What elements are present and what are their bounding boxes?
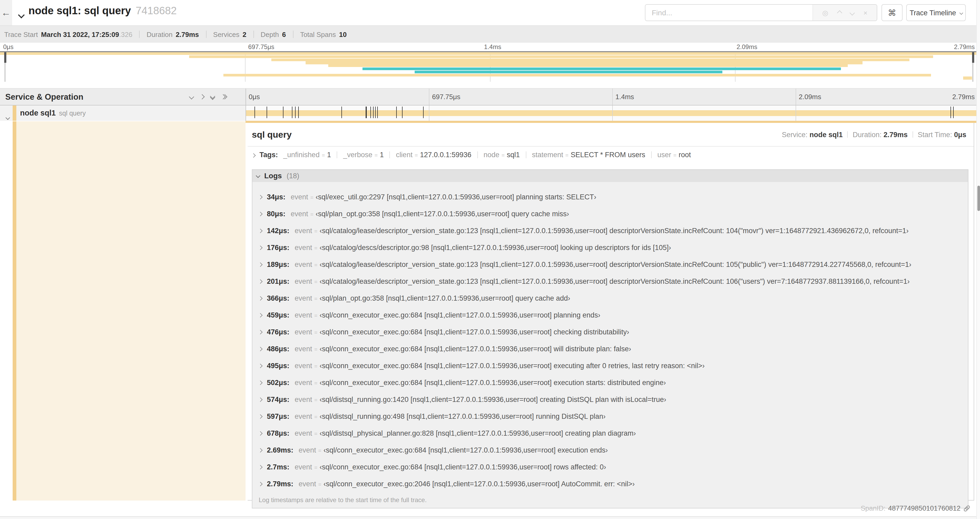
log-row[interactable]: 476μs:event=‹sql/conn_executor_exec.go:6… bbox=[258, 324, 968, 340]
span-collapse-toggle[interactable] bbox=[6, 111, 9, 121]
log-row[interactable]: 34μs:event=‹sql/exec_util.go:2297 [nsql1… bbox=[258, 188, 968, 206]
log-row[interactable]: 574μs:event=‹sql/distsql_running.go:1420… bbox=[258, 391, 968, 408]
log-field-value: ‹sql/conn_executor_exec.go:684 [nsql1,cl… bbox=[320, 463, 606, 471]
log-timestamp: 2.69ms: bbox=[267, 446, 293, 454]
log-row[interactable]: 678μs:event=‹sql/distsql_physical_planne… bbox=[258, 425, 968, 442]
spanid-value: 4877749850101760812 bbox=[888, 504, 961, 512]
collapse-all-button[interactable] bbox=[211, 94, 215, 99]
equals-sign: = bbox=[565, 152, 568, 158]
expand-one-button[interactable] bbox=[200, 95, 204, 99]
log-row[interactable]: 502μs:event=‹sql/conn_executor_exec.go:6… bbox=[258, 374, 968, 391]
command-icon: ⌘ bbox=[888, 8, 896, 18]
tag-value: 1 bbox=[380, 150, 384, 158]
log-field-value: ‹sql/conn_executor_exec.go:684 [nsql1,cl… bbox=[320, 311, 600, 319]
minimap-canvas[interactable] bbox=[0, 51, 980, 82]
info-value: 2 bbox=[243, 30, 246, 38]
log-field-value: ‹sql/catalog/descs/descriptor.go:98 [nsq… bbox=[320, 244, 671, 252]
tag: statement=SELECT * FROM users bbox=[532, 150, 645, 158]
vertical-scrollbar[interactable] bbox=[976, 0, 980, 519]
column-divider[interactable] bbox=[245, 105, 246, 121]
log-field-value: ‹sql/distsql_physical_planner.go:828 [ns… bbox=[320, 430, 636, 437]
log-row[interactable]: 142μs:event=‹sql/catalog/lease/descripto… bbox=[258, 222, 968, 239]
meta-label: Service: bbox=[782, 131, 810, 139]
log-marker bbox=[373, 107, 374, 118]
tag: node=sql1 bbox=[484, 150, 520, 158]
scrubber-handle[interactable] bbox=[4, 52, 6, 63]
equals-sign: = bbox=[314, 346, 317, 352]
trace-collapse-button[interactable] bbox=[19, 10, 24, 19]
tags-accordion[interactable]: Tags:_unfinished=1_verbose=1client=127.0… bbox=[248, 146, 974, 162]
minimap-span bbox=[189, 55, 933, 58]
timeline-tick-label: 0μs bbox=[249, 93, 260, 101]
collapse-one-button[interactable] bbox=[190, 95, 193, 99]
timeline-gridline bbox=[429, 89, 430, 105]
log-marker bbox=[292, 107, 292, 118]
column-divider[interactable] bbox=[245, 89, 246, 105]
minimap-left-scrubber[interactable] bbox=[5, 52, 5, 82]
log-row[interactable]: 2.79ms:event=‹sql/conn_executor_exec.go:… bbox=[258, 476, 968, 492]
span-detail-card: sql query Service: node sql1Duration: 2.… bbox=[248, 123, 974, 501]
keyboard-shortcuts-button[interactable]: ⌘ bbox=[881, 4, 902, 21]
minimap-span bbox=[223, 73, 931, 77]
find-input[interactable] bbox=[646, 5, 813, 21]
log-marker bbox=[375, 107, 376, 118]
chevron-right-icon bbox=[258, 448, 262, 452]
trace-minimap[interactable]: 0μs697.75μs1.4ms2.09ms2.79ms bbox=[0, 43, 980, 82]
log-row[interactable]: 201μs:event=‹sql/catalog/lease/descripto… bbox=[258, 273, 968, 290]
locate-icon[interactable]: ◎ bbox=[822, 9, 828, 17]
divider bbox=[525, 151, 526, 158]
span-duration-bar[interactable] bbox=[245, 110, 978, 116]
log-row[interactable]: 2.7ms:event=‹sql/conn_executor_exec.go:6… bbox=[258, 458, 968, 476]
span-row-timeline[interactable] bbox=[245, 105, 980, 121]
log-field-key: event bbox=[295, 278, 312, 285]
span-row[interactable]: node sql1 sql query bbox=[0, 105, 980, 121]
span-row-name-column[interactable]: node sql1 sql query bbox=[0, 105, 245, 121]
minimap-right-scrubber[interactable] bbox=[973, 52, 973, 82]
log-timestamp: 486μs: bbox=[267, 345, 290, 353]
minimap-tick-label: 2.79ms bbox=[954, 43, 975, 51]
equals-sign: = bbox=[314, 396, 317, 403]
log-row[interactable]: 176μs:event=‹sql/catalog/descs/descripto… bbox=[258, 239, 968, 256]
log-row[interactable]: 486μs:event=‹sql/conn_executor_exec.go:6… bbox=[258, 340, 968, 357]
log-row[interactable]: 597μs:event=‹sql/distsql_running.go:498 … bbox=[258, 408, 968, 425]
scrubber-handle[interactable] bbox=[972, 52, 974, 63]
equals-sign: = bbox=[314, 464, 317, 470]
link-icon[interactable] bbox=[963, 505, 970, 512]
divider bbox=[651, 151, 651, 158]
log-field-key: event bbox=[295, 260, 312, 268]
log-row[interactable]: 495μs:event=‹sql/conn_executor_exec.go:6… bbox=[258, 357, 968, 374]
scrollbar-thumb[interactable] bbox=[977, 186, 980, 211]
tag: _verbose=1 bbox=[343, 150, 383, 158]
minimap-span bbox=[306, 61, 862, 64]
view-dropdown[interactable]: Trace Timeline bbox=[906, 4, 966, 21]
log-row[interactable]: 189μs:event=‹sql/catalog/lease/descripto… bbox=[258, 256, 968, 273]
log-timestamp: 495μs: bbox=[267, 362, 290, 370]
clear-icon[interactable]: × bbox=[864, 9, 867, 17]
chevron-down-icon[interactable] bbox=[850, 10, 855, 15]
equals-sign: = bbox=[314, 312, 317, 318]
detail-meta: Service: node sql1Duration: 2.79msStart … bbox=[782, 131, 966, 139]
log-row[interactable]: 459μs:event=‹sql/conn_executor_exec.go:6… bbox=[258, 307, 968, 324]
log-row[interactable]: 366μs:event=‹sql/plan_opt.go:358 [nsql1,… bbox=[258, 290, 968, 307]
equals-sign: = bbox=[314, 228, 317, 234]
back-button[interactable]: ← bbox=[0, 0, 12, 25]
log-row[interactable]: 80μs:event=‹sql/plan_opt.go:358 [nsql1,c… bbox=[258, 206, 968, 222]
log-timestamp: 2.7ms: bbox=[267, 463, 290, 471]
log-field-key: event bbox=[295, 244, 312, 252]
minimap-span bbox=[415, 71, 722, 73]
tag-key: client bbox=[396, 150, 412, 158]
tag-key: user bbox=[657, 150, 671, 158]
logs-header[interactable]: Logs (18) bbox=[252, 169, 968, 182]
minimap-span bbox=[963, 77, 972, 80]
meta-value: 2.79ms bbox=[884, 131, 908, 139]
chevron-up-icon[interactable] bbox=[837, 10, 842, 15]
chevron-right-icon bbox=[258, 364, 262, 368]
log-row[interactable]: 2.69ms:event=‹sql/conn_executor_exec.go:… bbox=[258, 442, 968, 458]
span-detail-row: sql query Service: node sql1Duration: 2.… bbox=[0, 121, 980, 501]
info-label: Trace Start bbox=[4, 30, 38, 38]
find-tools: ◎ × bbox=[813, 5, 877, 21]
equals-sign: = bbox=[322, 152, 325, 158]
expand-all-button[interactable] bbox=[221, 95, 227, 99]
log-field-value: ‹sql/plan_opt.go:358 [nsql1,client=127.0… bbox=[316, 210, 569, 218]
tag-value: root bbox=[679, 150, 691, 158]
